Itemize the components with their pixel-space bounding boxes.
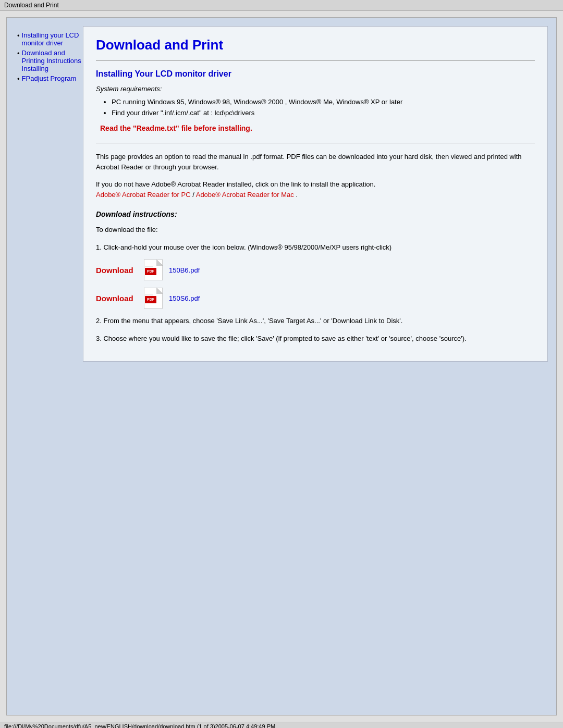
acrobat-mac-link[interactable]: Adobe® Acrobat Reader for Mac [196,191,294,199]
step-3-text: 3. Choose where you would like to save t… [96,334,535,344]
download-link-2[interactable]: Download [96,294,138,303]
section-title: Installing Your LCD monitor driver [96,69,535,79]
svg-text:PDF: PDF [147,269,155,273]
status-bar-text: file:///D|/My%20Documents/dfu/A5_new/ENG… [4,723,275,728]
page-container: • Installing your LCD monitor driver • D… [6,17,557,715]
pdf-icon-1: PDF [144,260,163,280]
divider-1 [96,60,535,61]
acrobat-pc-link[interactable]: Adobe® Acrobat Reader for PC [96,191,191,199]
sidebar-link-installing[interactable]: Installing [22,65,83,72]
readme-notice: Read the "Readme.txt" file before instal… [100,124,535,132]
sidebar-link-download[interactable]: Download and Printing Instructions [22,49,83,65]
page-title: Download and Print [96,37,535,53]
svg-text:PDF: PDF [147,298,155,301]
bullet-dot-1: • [17,32,20,40]
sidebar-item-lcd: • Installing your LCD monitor driver [15,31,83,47]
main-layout: • Installing your LCD monitor driver • D… [15,26,548,362]
browser-title-bar: Download and Print [0,0,563,11]
sidebar-link-lcd[interactable]: Installing your LCD monitor driver [22,31,83,47]
download-row-2: Download PDF 150S6.pdf [96,288,535,309]
step-1-text: 1. Click-and-hold your mouse over the ic… [96,242,535,253]
browser-title: Download and Print [4,2,59,9]
system-req-label: System requirements: [96,85,535,93]
download-row-1: Download PDF 150B6.pdf [96,260,535,280]
step-2-text: 2. From the menu that appears, choose 'S… [96,316,535,326]
requirements-list: PC running Windows 95, Windows® 98, Wind… [112,98,535,117]
bullet-dot-3: • [17,75,20,83]
status-bar: file:///D|/My%20Documents/dfu/A5_new/ENG… [0,722,563,728]
content-area: Download and Print Installing Your LCD m… [83,26,548,362]
sidebar-link-fpadjust[interactable]: FPadjust Program [22,75,77,82]
acrobat-intro-text: If you do not have Adobe® Acrobat Reader… [96,180,375,188]
download-link-1[interactable]: Download [96,266,138,275]
outer-wrapper: • Installing your LCD monitor driver • D… [0,11,563,722]
sidebar-item-fpadjust: • FPadjust Program [15,75,83,83]
acrobat-period: . [296,191,298,199]
download-instructions-title: Download instructions: [96,210,535,218]
list-item-1: PC running Windows 95, Windows® 98, Wind… [112,98,535,106]
sidebar: • Installing your LCD monitor driver • D… [15,26,83,362]
bullet-dot-2: • [17,50,20,57]
body-para-1: This page provides an option to read the… [96,152,535,172]
sidebar-item-download: • Download and Printing Instructions Ins… [15,49,83,72]
list-item-2: Find your driver ".inf/.icm/.cat" at : l… [112,109,535,117]
pdf-icon-2: PDF [144,288,163,309]
acrobat-links-para: If you do not have Adobe® Acrobat Reader… [96,179,535,200]
to-download-text: To download the file: [96,225,535,235]
pdf-filename-2[interactable]: 150S6.pdf [169,294,200,302]
divider-2 [96,143,535,143]
pdf-filename-1[interactable]: 150B6.pdf [169,266,200,274]
